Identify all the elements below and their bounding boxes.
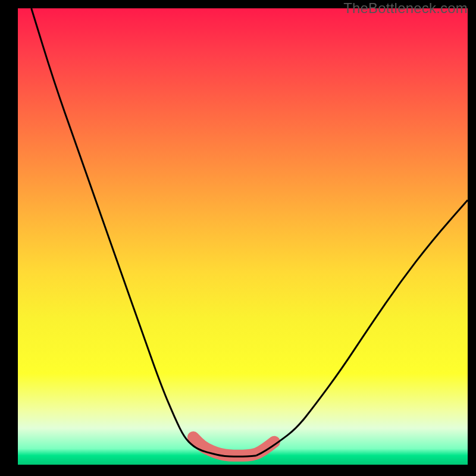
chart-plot-area	[18, 8, 468, 465]
watermark-text: TheBottleneck.com	[343, 0, 468, 17]
chart-frame: TheBottleneck.com	[0, 0, 476, 476]
chart-svg	[18, 8, 468, 465]
right-curve-path	[256, 200, 468, 456]
left-curve-path	[32, 8, 256, 456]
